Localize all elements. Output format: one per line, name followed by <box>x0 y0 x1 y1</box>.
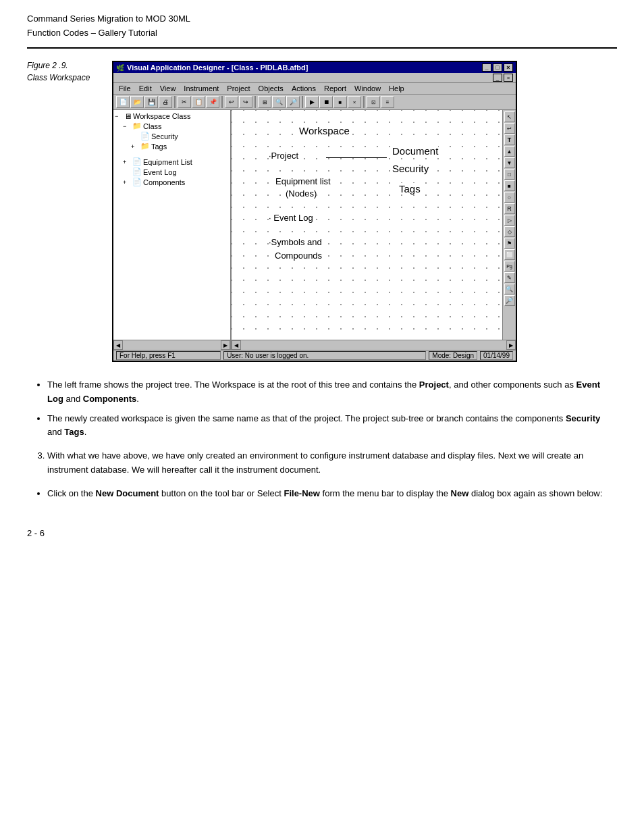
toolbar-props[interactable]: ≡ <box>381 96 394 108</box>
tool-rect3[interactable]: ⬜ <box>504 249 515 260</box>
doc-subtitle: Function Codes – Gallery Tutorial <box>27 28 617 38</box>
menu-objects[interactable]: Objects <box>254 84 288 93</box>
tree-label: Equipment List <box>143 158 192 166</box>
canvas-area[interactable]: Workspace ·Project Document Security Tag… <box>232 110 502 340</box>
window-controls: _ □ × <box>482 63 513 72</box>
scroll-track-right[interactable] <box>241 340 506 350</box>
tool-r[interactable]: R <box>504 203 515 214</box>
tree-workspace-class[interactable]: − 🖥 Workspace Class <box>115 111 229 121</box>
tree-event-log[interactable]: 📄 Event Log <box>123 167 229 177</box>
tool-circle[interactable]: ○ <box>504 192 515 203</box>
inner-close[interactable]: × <box>504 74 513 82</box>
expand-icon: + <box>123 159 131 165</box>
tool-up[interactable]: ▲ <box>504 146 515 157</box>
menu-file[interactable]: File <box>115 84 135 93</box>
toolbar-undo[interactable]: ↩ <box>225 96 238 108</box>
toolbar-save[interactable]: 💾 <box>144 96 158 108</box>
menu-view[interactable]: View <box>156 84 180 93</box>
tool-zoom[interactable]: 🔍 <box>504 284 515 294</box>
toolbar-b2[interactable]: × <box>348 96 361 108</box>
toolbar-sep1 <box>174 96 176 108</box>
label-event-log: · Event Log <box>269 213 313 223</box>
label-security-diagram: Security <box>392 163 429 174</box>
bullet-list-2: Click on the New Document button on the … <box>47 487 617 501</box>
expand-icon <box>123 169 131 176</box>
toolbar-new[interactable]: 📄 <box>116 96 130 108</box>
tree-label: Event Log <box>143 168 177 176</box>
status-mode: Mode: Design <box>429 351 477 360</box>
toolbar-cut[interactable]: ✂ <box>178 96 191 108</box>
scroll-left[interactable]: ◀ <box>113 340 123 350</box>
toolbar-copy[interactable]: 📋 <box>192 96 205 108</box>
tree-panel: − 🖥 Workspace Class − 📁 Class 📄 Security… <box>113 110 232 340</box>
maximize-button[interactable]: □ <box>493 63 502 72</box>
tool-flag[interactable]: ⚑ <box>504 238 515 249</box>
menu-edit[interactable]: Edit <box>135 84 156 93</box>
toolbar-print[interactable]: 🖨 <box>159 96 172 108</box>
application-window: 🌿 Visual Application Designer - [Class -… <box>112 61 517 362</box>
close-button[interactable]: × <box>504 63 513 72</box>
toolbar-open[interactable]: 📂 <box>130 96 144 108</box>
tool-down[interactable]: ▼ <box>504 157 515 168</box>
menu-actions[interactable]: Actions <box>288 84 320 93</box>
label-nodes: (Nodes) <box>286 188 317 199</box>
scroll-right[interactable]: ▶ <box>221 340 230 350</box>
toolbar-paste[interactable]: 📌 <box>206 96 219 108</box>
toolbar-b1[interactable]: ■ <box>333 96 347 108</box>
tree-equipment-list[interactable]: + 📄 Equipment List <box>123 157 229 167</box>
status-user: User: No user is logged on. <box>223 351 426 360</box>
statusbar: For Help, press F1 User: No user is logg… <box>113 350 516 361</box>
label-equipment-list: Equipment list <box>275 176 331 186</box>
toolbar-layout[interactable]: ⊡ <box>367 96 380 108</box>
scroll-right2[interactable]: ▶ <box>506 340 516 350</box>
tree-tags[interactable]: + 📁 Tags <box>131 141 229 151</box>
status-date: 01/14/99 <box>480 351 513 360</box>
toolbar-redo[interactable]: ↪ <box>239 96 252 108</box>
scroll-left2[interactable]: ◀ <box>232 340 241 350</box>
tool-curve[interactable]: ↩ <box>504 123 515 134</box>
page-number: 2 - 6 <box>27 528 617 538</box>
scroll-track-left[interactable] <box>123 340 221 350</box>
right-scroll: ◀ ▶ <box>232 340 516 350</box>
toolbar-zoom-in[interactable]: 🔍 <box>272 96 286 108</box>
equip-icon: 📄 <box>132 157 142 166</box>
menu-project[interactable]: Project <box>223 84 254 93</box>
menubar: File Edit View Instrument Project Object… <box>113 83 516 95</box>
toolbar-zoom-out[interactable]: 🔎 <box>286 96 300 108</box>
status-help: For Help, press F1 <box>116 351 221 360</box>
tree-class[interactable]: − 📁 Class <box>123 121 229 131</box>
menu-help[interactable]: Help <box>385 84 408 93</box>
tool-triangle[interactable]: ▷ <box>504 215 515 226</box>
tool-diamond[interactable]: ◇ <box>504 226 515 237</box>
scroll-area: ◀ ▶ ◀ ▶ <box>113 340 516 350</box>
tool-arrow[interactable]: ↖ <box>504 111 515 122</box>
toolbar-grid[interactable]: ⊞ <box>258 96 271 108</box>
tool-text[interactable]: T <box>504 134 515 145</box>
label-compounds: Compounds <box>275 251 322 261</box>
minimize-button[interactable]: _ <box>482 63 491 72</box>
tool-edit[interactable]: ✎ <box>504 272 515 283</box>
expand-icon: − <box>123 123 131 130</box>
toolbar-run[interactable]: ▶ <box>305 96 319 108</box>
toolbar-stop[interactable]: ⏹ <box>319 96 333 108</box>
tool-rect2[interactable]: ■ <box>504 180 515 191</box>
line-project-document <box>326 157 387 158</box>
inner-minimize[interactable]: _ <box>493 74 502 82</box>
tree-security[interactable]: 📄 Security <box>131 131 229 141</box>
tree-label: Tags <box>151 142 167 151</box>
tool-zoom2[interactable]: 🔎 <box>504 295 515 306</box>
expand-icon <box>131 133 139 140</box>
toolbar-sep4 <box>302 96 303 108</box>
tool-type[interactable]: Pg <box>504 261 515 271</box>
workspace-icon: 🖥 <box>124 112 132 120</box>
menu-instrument[interactable]: Instrument <box>180 84 223 93</box>
tool-rect[interactable]: □ <box>504 169 515 180</box>
event-icon: 📄 <box>132 167 142 176</box>
menu-window[interactable]: Window <box>350 84 385 93</box>
left-scroll: ◀ ▶ <box>113 340 232 350</box>
tree-components[interactable]: + 📄 Components <box>123 177 229 187</box>
label-document: Document <box>392 145 438 157</box>
expand-icon: + <box>123 179 131 186</box>
comp-icon: 📄 <box>132 178 142 186</box>
menu-report[interactable]: Report <box>320 84 350 93</box>
